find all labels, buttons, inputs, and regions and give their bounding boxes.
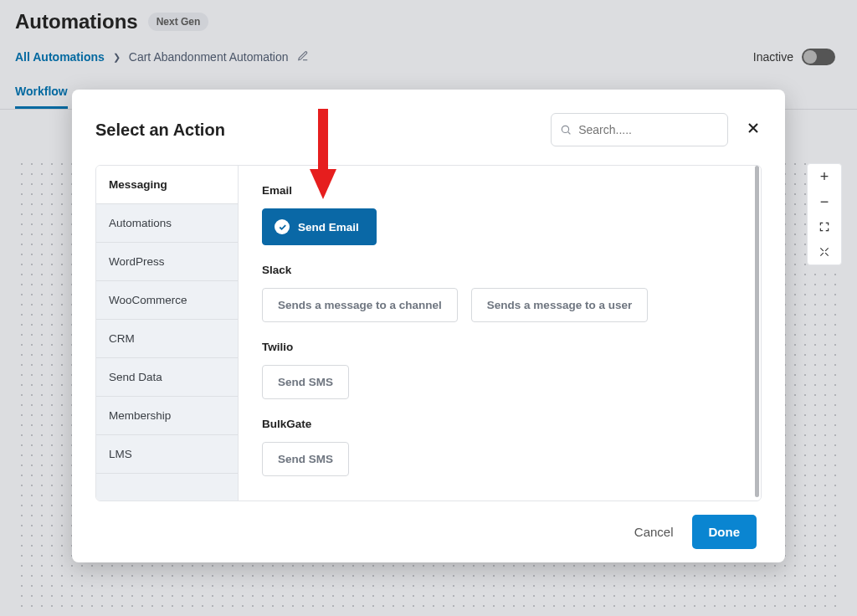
section-label-slack: Slack <box>262 264 744 276</box>
select-action-modal: Select an Action Messaging Automations W… <box>72 90 785 562</box>
search-input[interactable] <box>578 123 719 136</box>
action-send-email-label: Send Email <box>298 221 359 234</box>
check-icon <box>275 219 290 234</box>
category-woocommerce[interactable]: WooCommerce <box>96 281 238 320</box>
section-label-twilio: Twilio <box>262 341 744 353</box>
category-list: Messaging Automations WordPress WooComme… <box>96 166 239 501</box>
action-twilio-sms[interactable]: Send SMS <box>262 365 349 399</box>
svg-point-0 <box>562 126 568 132</box>
action-slack-user[interactable]: Sends a message to a user <box>471 288 648 322</box>
category-automations[interactable]: Automations <box>96 204 238 243</box>
done-button[interactable]: Done <box>692 515 757 549</box>
category-crm[interactable]: CRM <box>96 320 238 358</box>
category-lms[interactable]: LMS <box>96 435 238 474</box>
action-slack-channel[interactable]: Sends a message to a channel <box>262 288 458 322</box>
section-label-email: Email <box>262 184 744 197</box>
category-membership[interactable]: Membership <box>96 397 238 435</box>
category-wordpress[interactable]: WordPress <box>96 243 238 281</box>
modal-title: Select an Action <box>95 121 225 140</box>
action-list: Email Send Email Slack Sends a message <box>239 166 761 501</box>
scrollbar[interactable] <box>755 166 759 497</box>
section-label-bulkgate: BulkGate <box>262 418 744 430</box>
close-modal-button[interactable] <box>745 120 762 140</box>
search-field[interactable] <box>551 113 728 146</box>
category-messaging[interactable]: Messaging <box>96 166 238 204</box>
action-bulkgate-sms[interactable]: Send SMS <box>262 442 349 476</box>
search-icon <box>560 123 572 136</box>
category-send-data[interactable]: Send Data <box>96 358 238 397</box>
cancel-button[interactable]: Cancel <box>634 525 674 539</box>
action-send-email[interactable]: Send Email <box>262 208 377 245</box>
